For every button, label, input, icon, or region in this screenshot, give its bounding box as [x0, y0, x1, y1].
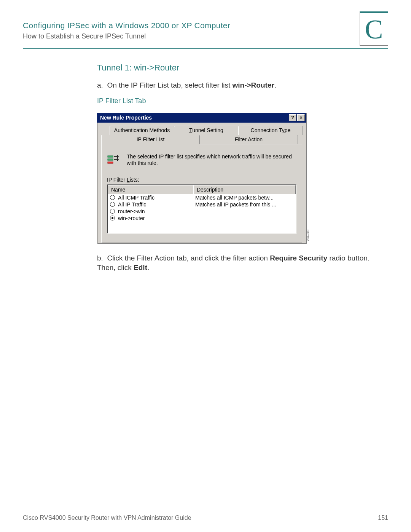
dialog-titlebar: New Rule Properties ? ×	[97, 113, 306, 123]
appendix-letter: C	[360, 11, 388, 46]
step-a-prefix: a.	[97, 81, 103, 89]
step-b-bold-2: Edit	[134, 264, 147, 272]
tab-authentication-methods[interactable]: Authentication Methods	[110, 126, 174, 135]
section-title: How to Establish a Secure IPSec Tunnel	[23, 32, 388, 40]
content-area: Tunnel 1: win->Router a. On the IP Filte…	[97, 63, 384, 280]
dialog-body: Authentication Methods Tunnel Setting Co…	[97, 123, 306, 243]
row-desc: Matches all IP packets from this ...	[195, 201, 293, 208]
figure-caption: IP Filter List Tab	[97, 97, 384, 105]
step-b-prefix: b.	[97, 254, 103, 262]
row-name: win->router	[118, 215, 195, 221]
step-b-text-3: .	[147, 264, 149, 272]
svg-rect-2	[108, 162, 113, 163]
radio-icon[interactable]	[110, 202, 115, 207]
step-a-bold: win->Router	[233, 81, 274, 89]
image-number: 234249	[306, 230, 310, 241]
close-button[interactable]: ×	[297, 114, 305, 121]
tab-filter-action[interactable]: Filter Action	[199, 135, 298, 144]
footer-guide: Cisco RVS4000 Security Router with VPN A…	[23, 514, 191, 521]
ip-filter-icon	[107, 153, 120, 166]
tab-tunnel-setting[interactable]: Tunnel Setting	[174, 126, 239, 135]
column-name[interactable]: Name	[108, 185, 193, 194]
tunnel-heading: Tunnel 1: win->Router	[97, 63, 384, 73]
chapter-title: Configuring IPSec with a Windows 2000 or…	[23, 21, 388, 30]
svg-rect-1	[108, 159, 113, 160]
step-a-text-2: .	[274, 81, 276, 89]
panel-description: The selected IP filter list specifies wh…	[127, 153, 296, 167]
list-header: Name Description	[108, 185, 296, 194]
radio-icon-selected[interactable]	[110, 216, 115, 220]
list-label-post: ists:	[130, 177, 139, 183]
list-label-u: L	[127, 177, 130, 183]
dialog-title: New Rule Properties	[100, 115, 288, 121]
list-label-pre: IP Filter	[107, 177, 127, 183]
page-footer: Cisco RVS4000 Security Router with VPN A…	[23, 514, 388, 521]
footer-rule	[23, 509, 388, 509]
help-button[interactable]: ?	[289, 114, 296, 121]
tab-panel: The selected IP filter list specifies wh…	[101, 144, 302, 243]
header-rule	[23, 48, 388, 49]
row-name: All ICMP Traffic	[118, 195, 195, 201]
svg-rect-0	[108, 156, 113, 157]
tab-connection-type[interactable]: Connection Type	[238, 126, 303, 135]
row-name: router->win	[118, 208, 195, 214]
row-name: All IP Traffic	[118, 201, 195, 208]
list-item[interactable]: win->router	[108, 215, 296, 222]
list-item[interactable]: All IP Traffic Matches all IP packets fr…	[108, 201, 296, 208]
step-b-bold-1: Require Security	[270, 254, 327, 262]
step-b: b. Click the Filter Action tab, and clic…	[97, 253, 384, 273]
column-description[interactable]: Description	[193, 185, 296, 194]
tab-ip-filter-list[interactable]: IP Filter List	[101, 135, 200, 144]
radio-icon[interactable]	[110, 195, 115, 200]
page-header: Configuring IPSec with a Windows 2000 or…	[23, 21, 388, 40]
step-a-text-1: On the IP Filter List tab, select filter…	[107, 81, 230, 89]
list-label: IP Filter Lists:	[107, 177, 296, 183]
step-a: a. On the IP Filter List tab, select fil…	[97, 80, 384, 90]
radio-icon[interactable]	[110, 209, 115, 214]
footer-page-number: 151	[378, 514, 388, 521]
step-b-text-1: Click the Filter Action tab, and click t…	[107, 254, 268, 262]
ip-filter-listbox[interactable]: Name Description All ICMP Traffic Matche…	[107, 184, 296, 234]
list-item[interactable]: router->win	[108, 208, 296, 215]
dialog-new-rule-properties: New Rule Properties ? × Authentication M…	[97, 113, 306, 243]
list-item[interactable]: All ICMP Traffic Matches all ICMP packet…	[108, 194, 296, 201]
row-desc: Matches all ICMP packets betw...	[195, 195, 293, 201]
tabs: Authentication Methods Tunnel Setting Co…	[97, 126, 306, 144]
